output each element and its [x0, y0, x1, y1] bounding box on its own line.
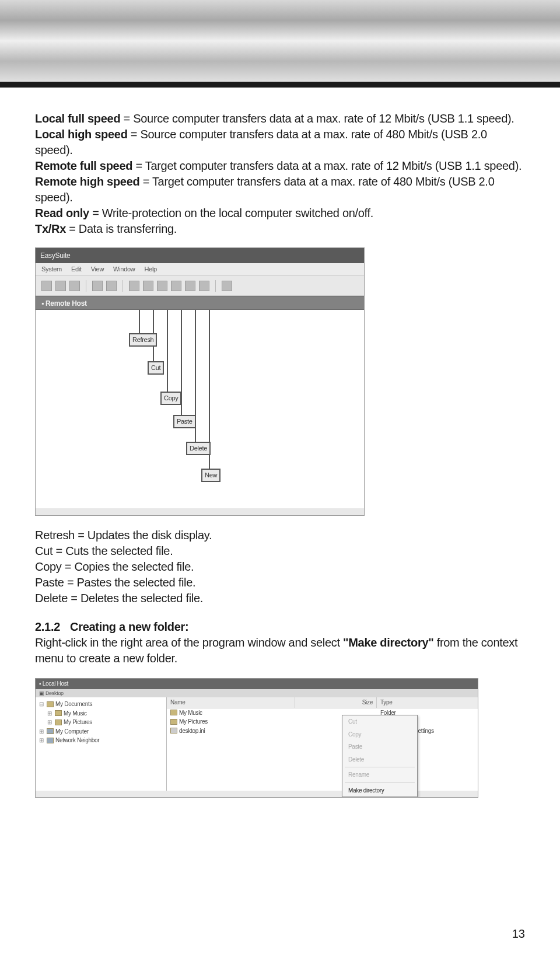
screenshot-toolbar-callouts: EasySuite System Edit View Window Help ▪: [35, 247, 365, 516]
section-number: 2.1.2: [35, 619, 70, 635]
tree-item[interactable]: ⊟My Documents: [38, 700, 164, 709]
callout-new: New: [201, 469, 220, 482]
callout-paste: Paste: [173, 415, 196, 428]
page-number: 13: [512, 927, 525, 941]
col-name[interactable]: Name: [167, 697, 295, 708]
tree-label: My Documents: [55, 700, 92, 708]
col-size[interactable]: Size: [295, 697, 377, 708]
term-body: = Source computer transfers data at a ma…: [120, 112, 514, 125]
term: Read only: [35, 207, 89, 219]
term: Cut: [35, 544, 52, 557]
toolbar-copy-icon[interactable]: [157, 281, 167, 291]
toolbar-new-icon[interactable]: [199, 281, 209, 291]
callout-refresh: Refresh: [129, 333, 157, 347]
network-icon: [47, 738, 54, 743]
definitions-block-2: Retresh = Updates the disk display. Cut …: [35, 528, 525, 606]
menu-item[interactable]: System: [41, 265, 62, 274]
window-title: EasySuite: [40, 252, 70, 260]
section-bar: ▪ Remote Host: [36, 296, 364, 310]
file-icon: [170, 728, 177, 734]
toolbar-icon[interactable]: [92, 281, 103, 291]
tree-pane: ⊟My Documents ⊞My Music ⊞My Pictures ⊞My…: [36, 697, 167, 791]
folder-icon: [47, 701, 54, 707]
tree-item[interactable]: ⊞My Music: [38, 709, 164, 718]
toolbar-icon[interactable]: [69, 281, 80, 291]
tree-label: Network Neighbor: [55, 736, 99, 745]
address-text: Desktop: [46, 690, 64, 696]
ctx-make-directory[interactable]: Make directory: [342, 784, 417, 797]
window-titlebar: ▪ Local Host: [36, 679, 478, 689]
toolbar-icon[interactable]: [222, 281, 232, 291]
address-bar: ▣ Desktop: [36, 689, 478, 697]
toolbar-refresh-icon[interactable]: [129, 281, 139, 291]
definitions-block-1: Local full speed = Source computer trans…: [35, 111, 525, 237]
column-headers: Name Size Type: [167, 697, 478, 708]
tree-item[interactable]: ⊞Network Neighbor: [38, 736, 164, 745]
term-body: = Pastes the selected file.: [64, 576, 196, 589]
screenshot-body: Refresh Cut Copy Paste Delete New: [36, 310, 364, 508]
tree-label: My Music: [64, 710, 87, 718]
file-name: My Music: [179, 709, 202, 717]
list-item[interactable]: My MusicFolder: [167, 708, 478, 718]
page-content: Local full speed = Source computer trans…: [0, 88, 560, 798]
ctx-cut[interactable]: Cut: [342, 715, 417, 728]
term-body: = Cuts the selected file.: [52, 544, 173, 557]
menu-item[interactable]: View: [91, 265, 104, 274]
toolbar-paste-icon[interactable]: [171, 281, 181, 291]
tree-label: My Pictures: [64, 718, 92, 727]
tree-item[interactable]: ⊞My Computer: [38, 727, 164, 736]
menu-item[interactable]: Edit: [71, 265, 82, 274]
section-title: Creating a new folder:: [70, 620, 188, 633]
window-titlebar: EasySuite: [36, 248, 364, 263]
computer-icon: [47, 728, 54, 734]
list-pane[interactable]: Name Size Type My MusicFolder My Picture…: [167, 697, 478, 791]
section-heading: 2.1.2Creating a new folder:: [35, 619, 525, 635]
menu-item[interactable]: Window: [113, 265, 135, 274]
col-type[interactable]: Type: [377, 697, 478, 708]
term: Remote high speed: [35, 175, 139, 188]
menubar: System Edit View Window Help: [36, 263, 364, 276]
term-body: = Copies the selected file.: [62, 560, 194, 573]
tree-item[interactable]: ⊞My Pictures: [38, 718, 164, 727]
list-item[interactable]: desktop.ini76 BConfiguration Settings: [167, 727, 478, 736]
toolbar-icon[interactable]: [41, 281, 52, 291]
ctx-rename[interactable]: Rename: [342, 769, 417, 781]
callout-line: [167, 310, 168, 392]
toolbar-icon[interactable]: [55, 281, 66, 291]
context-menu: Cut Copy Paste Delete Rename Make direct…: [342, 715, 418, 797]
term-body: = Write-protection on the local computer…: [89, 207, 373, 219]
toolbar-icon[interactable]: [106, 281, 117, 291]
file-name: My Pictures: [179, 718, 208, 726]
ctx-separator: [345, 767, 415, 767]
window-title: Local Host: [43, 680, 68, 687]
term: Local full speed: [35, 112, 120, 125]
folder-icon: [55, 719, 62, 725]
section-bold: "Make directory": [343, 636, 433, 649]
callout-copy: Copy: [160, 392, 181, 405]
term-body: = Data is transferring.: [66, 222, 177, 235]
toolbar-cut-icon[interactable]: [143, 281, 153, 291]
section-text: Right-click in the right area of the pro…: [35, 636, 343, 649]
callout-line: [139, 310, 140, 333]
toolbar-separator: [86, 280, 86, 292]
term: Remote full speed: [35, 159, 132, 172]
term: Copy: [35, 560, 62, 573]
section-body: Right-click in the right area of the pro…: [35, 635, 525, 666]
term: Retresh: [35, 529, 75, 542]
folder-icon: [55, 710, 62, 716]
ctx-paste[interactable]: Paste: [342, 741, 417, 753]
term-body: = Target computer transfers data at a ma…: [132, 159, 522, 172]
term-body: = Deletes the selected file.: [68, 592, 203, 605]
toolbar-delete-icon[interactable]: [185, 281, 195, 291]
ctx-separator: [345, 783, 415, 783]
list-item[interactable]: My PicturesFolder: [167, 717, 478, 727]
term: Tx/Rx: [35, 222, 66, 235]
toolbar-separator: [123, 280, 123, 292]
ctx-copy[interactable]: Copy: [342, 728, 417, 741]
screenshot-context-menu: ▪ Local Host ▣ Desktop ⊟My Documents ⊞My…: [35, 678, 478, 798]
page-header-gradient: [0, 0, 560, 88]
ctx-delete[interactable]: Delete: [342, 753, 417, 766]
menu-item[interactable]: Help: [144, 265, 156, 274]
term: Local high speed: [35, 128, 128, 141]
term: Paste: [35, 576, 64, 589]
